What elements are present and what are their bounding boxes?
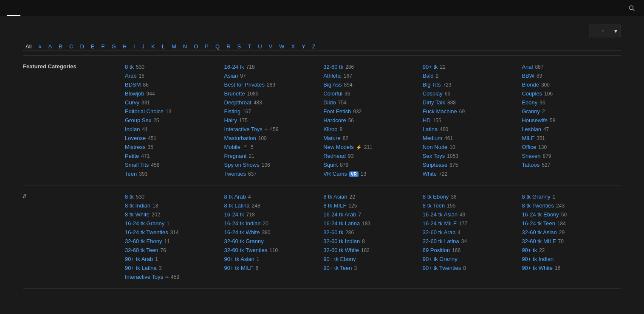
list-item[interactable]: Bald2 <box>423 71 522 80</box>
list-item[interactable]: 32-60 tk White182 <box>323 246 423 255</box>
list-item[interactable]: 32-60 tk Indian8 <box>323 237 423 246</box>
list-item[interactable]: Mistress35 <box>125 143 224 151</box>
list-item[interactable]: 8 tk Asian22 <box>323 192 423 201</box>
list-item[interactable]: 32-60 tk Twenties110 <box>224 246 324 255</box>
list-item[interactable]: Office130 <box>522 143 621 151</box>
list-item[interactable]: 8 tk Granny1 <box>522 192 621 201</box>
list-item[interactable]: VR CamsVR13 <box>323 169 423 178</box>
list-item[interactable]: Hardcore56 <box>323 116 423 125</box>
list-item[interactable]: Cosplay65 <box>423 89 522 98</box>
list-item[interactable]: 16-24 tk718 <box>224 62 324 71</box>
list-item[interactable]: 16-24 tk Teen184 <box>522 219 621 228</box>
list-item[interactable]: Striptease875 <box>423 160 522 169</box>
list-item[interactable]: 16-24 tk MILF177 <box>423 219 522 228</box>
list-item[interactable]: 16-24 tk Latina183 <box>323 219 423 228</box>
list-item[interactable]: 16-24 tk Indian20 <box>224 219 324 228</box>
list-item[interactable]: 90+ tk Indian <box>522 255 621 264</box>
nav-tab-couples[interactable] <box>20 0 34 16</box>
list-item[interactable]: 90+ tk22 <box>423 62 522 71</box>
list-item[interactable]: Arab16 <box>125 71 224 80</box>
list-item[interactable]: 8 tk Twenties243 <box>522 201 621 210</box>
list-item[interactable]: 90+ tk Latina3 <box>125 264 224 272</box>
list-item[interactable]: 8 tk Ebony38 <box>423 192 522 201</box>
list-item[interactable]: Foot Fetish932 <box>323 107 423 116</box>
list-item[interactable]: MILF351 <box>522 134 621 143</box>
list-item[interactable]: 32-60 tk Asian29 <box>522 228 621 237</box>
list-item[interactable]: Shaven879 <box>522 151 621 160</box>
list-item[interactable]: 8 tk530 <box>125 192 224 201</box>
list-item[interactable]: Big Ass894 <box>323 80 423 89</box>
alpha-item-f[interactable]: F <box>99 42 107 50</box>
alpha-item-t[interactable]: T <box>245 42 254 50</box>
list-item[interactable]: New Models⚡211 <box>323 143 423 151</box>
list-item[interactable]: Non Nude10 <box>423 143 522 151</box>
list-item[interactable]: BBW89 <box>522 71 621 80</box>
list-item[interactable]: Lesbian47 <box>522 125 621 134</box>
list-item[interactable]: BDSM86 <box>125 80 224 89</box>
list-item[interactable]: 90+ tk22 <box>522 246 621 255</box>
list-item[interactable]: Kiiroo8 <box>323 125 423 134</box>
list-item[interactable]: Interactive Toys✏459 <box>224 125 324 134</box>
alpha-item-v[interactable]: V <box>266 42 275 50</box>
list-item[interactable]: Ebony96 <box>522 98 621 107</box>
list-item[interactable]: 16-24 tk718 <box>224 210 324 219</box>
list-item[interactable]: 32-60 tk Granny <box>224 237 324 246</box>
alpha-item-l[interactable]: L <box>159 42 167 50</box>
list-item[interactable]: Editorial Choice13 <box>125 107 224 116</box>
list-item[interactable]: Colorful36 <box>323 89 423 98</box>
list-item[interactable]: 90+ tk MILF6 <box>224 264 324 272</box>
list-item[interactable]: 90+ tk Ebony <box>323 255 423 264</box>
list-item[interactable]: 69 Position166 <box>423 246 522 255</box>
list-item[interactable]: 8 tk MILF125 <box>323 201 423 210</box>
nav-tab-girls[interactable] <box>7 0 20 16</box>
list-item[interactable]: 16-24 tk White390 <box>224 228 324 237</box>
list-item[interactable]: 8 tk Teen155 <box>423 201 522 210</box>
alpha-item-s[interactable]: S <box>235 42 244 50</box>
list-item[interactable]: Pregnant21 <box>224 151 324 160</box>
alpha-item-k[interactable]: K <box>149 42 158 50</box>
list-item[interactable]: Tattoos527 <box>522 160 621 169</box>
alpha-item-n[interactable]: N <box>181 42 189 50</box>
list-item[interactable]: 32-60 tk Arab4 <box>423 228 522 237</box>
alpha-item-x[interactable]: X <box>289 42 298 50</box>
list-item[interactable]: 8 tk White202 <box>125 210 224 219</box>
alpha-item-i[interactable]: I <box>131 42 138 50</box>
list-item[interactable]: Dirty Talk888 <box>423 98 522 107</box>
alpha-item-all[interactable]: All <box>23 42 34 50</box>
list-item[interactable]: Twenties637 <box>224 169 324 178</box>
list-item[interactable]: 16-24 tk Arab7 <box>323 210 423 219</box>
alpha-item-g[interactable]: G <box>109 42 118 50</box>
list-item[interactable]: Couples106 <box>522 89 621 98</box>
list-item[interactable]: 16-24 tk Ebony50 <box>522 210 621 219</box>
list-item[interactable]: 32-60 tk Latina34 <box>423 237 522 246</box>
list-item[interactable]: Brunette1085 <box>224 89 324 98</box>
list-item[interactable]: Group Sex25 <box>125 116 224 125</box>
alpha-item-j[interactable]: J <box>139 42 147 50</box>
list-item[interactable]: Mobile📱5 <box>224 143 324 151</box>
alpha-item-w[interactable]: W <box>277 42 287 50</box>
list-item[interactable]: Blowjob944 <box>125 89 224 98</box>
list-item[interactable]: 32-60 tk286 <box>323 228 423 237</box>
list-item[interactable]: 32-60 tk MILF70 <box>522 237 621 246</box>
list-item[interactable]: Masturbation100 <box>224 134 324 143</box>
list-item[interactable]: White722 <box>423 169 522 178</box>
list-item[interactable]: Spy on Shows106 <box>224 160 324 169</box>
list-item[interactable]: Interactive Toys✏459 <box>125 272 224 281</box>
alpha-item-e[interactable]: E <box>88 42 97 50</box>
list-item[interactable]: 32-60 tk286 <box>323 62 423 71</box>
list-item[interactable]: Blonde300 <box>522 80 621 89</box>
alpha-item-m[interactable]: M <box>169 42 179 50</box>
list-item[interactable]: Petite471 <box>125 151 224 160</box>
list-item[interactable]: Teen393 <box>125 169 224 178</box>
search-area[interactable] <box>629 5 637 11</box>
alpha-item-#[interactable]: # <box>36 42 44 50</box>
list-item[interactable]: Latina460 <box>423 125 522 134</box>
list-item[interactable]: Fisting167 <box>224 107 324 116</box>
list-item[interactable]: HD155 <box>423 116 522 125</box>
list-item[interactable]: Dildo754 <box>323 98 423 107</box>
alpha-item-y[interactable]: Y <box>299 42 308 50</box>
list-item[interactable]: 32-60 tk Teen76 <box>125 246 224 255</box>
alpha-item-r[interactable]: R <box>224 42 233 50</box>
list-item[interactable]: Anal887 <box>522 62 621 71</box>
alpha-item-o[interactable]: O <box>191 42 201 50</box>
